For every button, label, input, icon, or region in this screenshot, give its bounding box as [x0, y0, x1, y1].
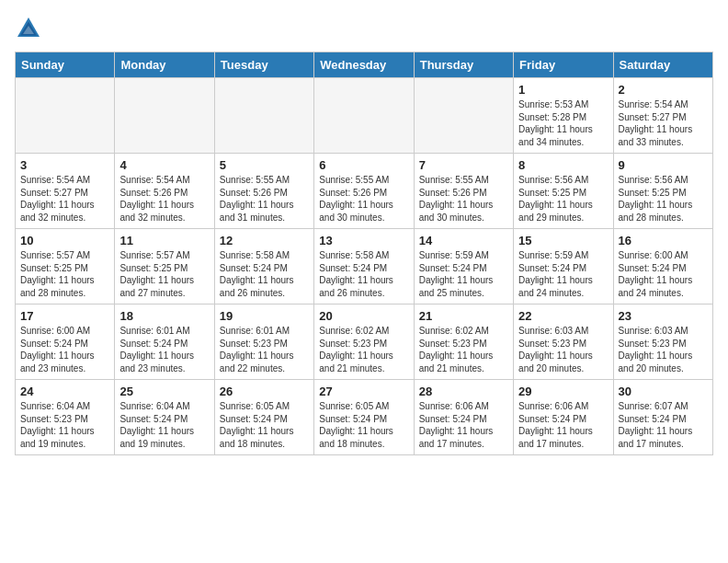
day-number: 5 — [220, 158, 309, 172]
page-header — [15, 15, 713, 42]
day-info: Sunrise: 6:04 AM Sunset: 5:24 PM Dayligh… — [119, 400, 209, 450]
day-info: Sunrise: 5:56 AM Sunset: 5:25 PM Dayligh… — [518, 174, 608, 224]
calendar-day-cell: 1Sunrise: 5:53 AM Sunset: 5:28 PM Daylig… — [514, 78, 613, 154]
day-info: Sunrise: 5:59 AM Sunset: 5:24 PM Dayligh… — [518, 249, 608, 299]
day-number: 20 — [319, 309, 408, 323]
day-number: 24 — [20, 385, 109, 398]
day-number: 29 — [518, 385, 608, 398]
calendar-day-cell — [414, 78, 513, 154]
day-info: Sunrise: 6:04 AM Sunset: 5:23 PM Dayligh… — [20, 400, 109, 450]
day-info: Sunrise: 6:02 AM Sunset: 5:23 PM Dayligh… — [319, 325, 408, 374]
calendar-week-row: 24Sunrise: 6:04 AM Sunset: 5:23 PM Dayli… — [16, 380, 713, 455]
calendar-day-cell: 10Sunrise: 5:57 AM Sunset: 5:25 PM Dayli… — [16, 229, 115, 304]
day-info: Sunrise: 6:02 AM Sunset: 5:23 PM Dayligh… — [419, 325, 508, 374]
calendar-day-header: Saturday — [613, 52, 712, 78]
calendar-day-header: Tuesday — [214, 52, 313, 78]
day-info: Sunrise: 5:56 AM Sunset: 5:25 PM Dayligh… — [619, 174, 708, 224]
day-number: 7 — [419, 158, 508, 172]
day-number: 28 — [419, 385, 508, 398]
calendar-day-cell: 25Sunrise: 6:04 AM Sunset: 5:24 PM Dayli… — [115, 380, 214, 455]
calendar-day-cell — [16, 78, 115, 154]
calendar-day-cell: 2Sunrise: 5:54 AM Sunset: 5:27 PM Daylig… — [613, 78, 712, 154]
calendar-day-cell: 3Sunrise: 5:54 AM Sunset: 5:27 PM Daylig… — [16, 154, 115, 229]
day-info: Sunrise: 5:55 AM Sunset: 5:26 PM Dayligh… — [419, 174, 508, 224]
day-number: 14 — [419, 234, 508, 247]
calendar-day-header: Monday — [115, 52, 214, 78]
calendar-day-cell: 4Sunrise: 5:54 AM Sunset: 5:26 PM Daylig… — [115, 154, 214, 229]
calendar-week-row: 3Sunrise: 5:54 AM Sunset: 5:27 PM Daylig… — [16, 154, 713, 229]
day-number: 4 — [119, 158, 209, 172]
calendar-day-cell: 21Sunrise: 6:02 AM Sunset: 5:23 PM Dayli… — [414, 304, 513, 380]
calendar-day-cell: 18Sunrise: 6:01 AM Sunset: 5:24 PM Dayli… — [115, 304, 214, 380]
calendar-week-row: 1Sunrise: 5:53 AM Sunset: 5:28 PM Daylig… — [16, 78, 713, 154]
calendar-table: SundayMondayTuesdayWednesdayThursdayFrid… — [15, 52, 713, 455]
day-number: 19 — [220, 309, 309, 323]
day-info: Sunrise: 6:06 AM Sunset: 5:24 PM Dayligh… — [518, 400, 608, 450]
day-info: Sunrise: 6:03 AM Sunset: 5:23 PM Dayligh… — [619, 325, 708, 374]
calendar-day-cell: 30Sunrise: 6:07 AM Sunset: 5:24 PM Dayli… — [613, 380, 712, 455]
day-number: 6 — [319, 158, 408, 172]
calendar-day-cell: 28Sunrise: 6:06 AM Sunset: 5:24 PM Dayli… — [414, 380, 513, 455]
day-info: Sunrise: 5:57 AM Sunset: 5:25 PM Dayligh… — [20, 249, 109, 299]
day-number: 8 — [518, 158, 608, 172]
calendar-day-cell — [214, 78, 313, 154]
calendar-day-cell: 16Sunrise: 6:00 AM Sunset: 5:24 PM Dayli… — [613, 229, 712, 304]
logo-icon — [15, 15, 42, 42]
day-info: Sunrise: 5:57 AM Sunset: 5:25 PM Dayligh… — [119, 249, 209, 299]
calendar-week-row: 10Sunrise: 5:57 AM Sunset: 5:25 PM Dayli… — [16, 229, 713, 304]
calendar-day-header: Friday — [514, 52, 613, 78]
calendar-day-cell: 27Sunrise: 6:05 AM Sunset: 5:24 PM Dayli… — [314, 380, 414, 455]
calendar-day-cell: 22Sunrise: 6:03 AM Sunset: 5:23 PM Dayli… — [514, 304, 613, 380]
day-number: 1 — [518, 83, 608, 97]
day-number: 25 — [119, 385, 209, 398]
calendar-day-cell: 19Sunrise: 6:01 AM Sunset: 5:23 PM Dayli… — [214, 304, 313, 380]
day-info: Sunrise: 5:54 AM Sunset: 5:26 PM Dayligh… — [119, 174, 209, 224]
day-number: 21 — [419, 309, 508, 323]
calendar-day-cell: 5Sunrise: 5:55 AM Sunset: 5:26 PM Daylig… — [214, 154, 313, 229]
day-number: 13 — [319, 234, 408, 247]
day-info: Sunrise: 5:59 AM Sunset: 5:24 PM Dayligh… — [419, 249, 508, 299]
calendar-day-cell: 7Sunrise: 5:55 AM Sunset: 5:26 PM Daylig… — [414, 154, 513, 229]
day-number: 30 — [619, 385, 708, 398]
calendar-day-cell: 29Sunrise: 6:06 AM Sunset: 5:24 PM Dayli… — [514, 380, 613, 455]
day-number: 17 — [20, 309, 109, 323]
day-info: Sunrise: 6:05 AM Sunset: 5:24 PM Dayligh… — [220, 400, 309, 450]
day-info: Sunrise: 6:06 AM Sunset: 5:24 PM Dayligh… — [419, 400, 508, 450]
calendar-week-row: 17Sunrise: 6:00 AM Sunset: 5:24 PM Dayli… — [16, 304, 713, 380]
day-info: Sunrise: 6:01 AM Sunset: 5:23 PM Dayligh… — [220, 325, 309, 374]
calendar-header-row: SundayMondayTuesdayWednesdayThursdayFrid… — [16, 52, 713, 78]
day-info: Sunrise: 5:58 AM Sunset: 5:24 PM Dayligh… — [319, 249, 408, 299]
day-number: 12 — [220, 234, 309, 247]
day-number: 3 — [20, 158, 109, 172]
day-info: Sunrise: 6:00 AM Sunset: 5:24 PM Dayligh… — [20, 325, 109, 374]
day-number: 26 — [220, 385, 309, 398]
day-number: 22 — [518, 309, 608, 323]
day-info: Sunrise: 5:53 AM Sunset: 5:28 PM Dayligh… — [518, 98, 608, 148]
day-number: 16 — [619, 234, 708, 247]
calendar-day-cell: 17Sunrise: 6:00 AM Sunset: 5:24 PM Dayli… — [16, 304, 115, 380]
calendar-day-header: Thursday — [414, 52, 513, 78]
calendar-day-cell: 9Sunrise: 5:56 AM Sunset: 5:25 PM Daylig… — [613, 154, 712, 229]
day-info: Sunrise: 5:54 AM Sunset: 5:27 PM Dayligh… — [20, 174, 109, 224]
calendar-day-cell: 8Sunrise: 5:56 AM Sunset: 5:25 PM Daylig… — [514, 154, 613, 229]
calendar-day-cell: 13Sunrise: 5:58 AM Sunset: 5:24 PM Dayli… — [314, 229, 414, 304]
day-number: 15 — [518, 234, 608, 247]
day-number: 11 — [119, 234, 209, 247]
day-info: Sunrise: 6:03 AM Sunset: 5:23 PM Dayligh… — [518, 325, 608, 374]
calendar-day-cell: 12Sunrise: 5:58 AM Sunset: 5:24 PM Dayli… — [214, 229, 313, 304]
day-info: Sunrise: 6:00 AM Sunset: 5:24 PM Dayligh… — [619, 249, 708, 299]
day-info: Sunrise: 6:01 AM Sunset: 5:24 PM Dayligh… — [119, 325, 209, 374]
day-info: Sunrise: 6:07 AM Sunset: 5:24 PM Dayligh… — [619, 400, 708, 450]
day-info: Sunrise: 5:55 AM Sunset: 5:26 PM Dayligh… — [319, 174, 408, 224]
day-number: 9 — [619, 158, 708, 172]
calendar-day-header: Sunday — [16, 52, 115, 78]
calendar-day-cell: 11Sunrise: 5:57 AM Sunset: 5:25 PM Dayli… — [115, 229, 214, 304]
day-number: 27 — [319, 385, 408, 398]
day-info: Sunrise: 5:58 AM Sunset: 5:24 PM Dayligh… — [220, 249, 309, 299]
calendar-day-cell: 14Sunrise: 5:59 AM Sunset: 5:24 PM Dayli… — [414, 229, 513, 304]
calendar-day-cell: 24Sunrise: 6:04 AM Sunset: 5:23 PM Dayli… — [16, 380, 115, 455]
day-number: 18 — [119, 309, 209, 323]
day-number: 23 — [619, 309, 708, 323]
calendar-day-cell: 20Sunrise: 6:02 AM Sunset: 5:23 PM Dayli… — [314, 304, 414, 380]
day-info: Sunrise: 5:54 AM Sunset: 5:27 PM Dayligh… — [619, 98, 708, 148]
